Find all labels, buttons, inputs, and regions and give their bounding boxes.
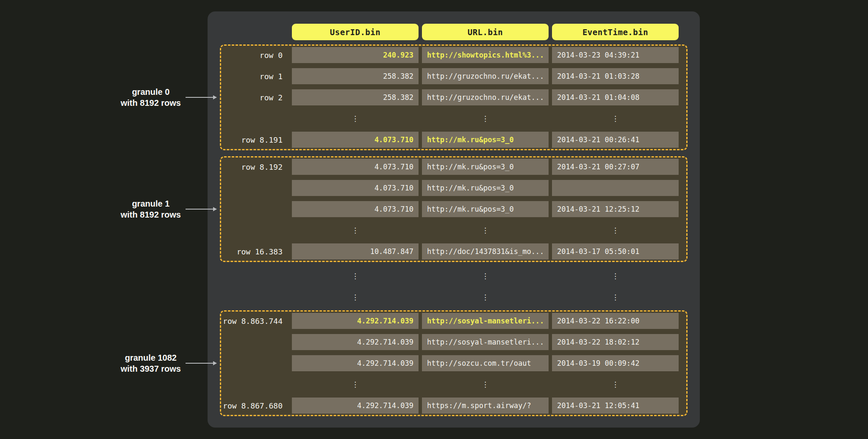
column-header-userid: UserID.bin xyxy=(292,24,419,40)
userid-cell: 10.487.847 xyxy=(292,243,419,260)
eventtime-cell: 2014-03-17 05:50:01 xyxy=(552,243,679,260)
eventtime-cell: 2014-03-21 00:27:07 xyxy=(552,159,679,175)
userid-cell: 4.073.710 xyxy=(292,159,419,175)
row-label xyxy=(221,110,292,127)
ellipsis-mark: ⋮ xyxy=(292,268,419,284)
table-row: 4.292.714.039http://sozcu.com.tr/oaut201… xyxy=(221,355,686,371)
url-cell: http://sosyal-mansetleri... xyxy=(422,313,549,329)
row-label xyxy=(221,268,292,284)
ellipsis-mark: ⋮ xyxy=(422,268,549,284)
url-cell: http://doc/1437831&is_mo... xyxy=(422,243,549,260)
ellipsis-mark: ⋮ xyxy=(422,110,549,127)
ellipsis-mark: ⋮ xyxy=(552,268,679,284)
userid-cell: 4.292.714.039 xyxy=(292,355,419,371)
eventtime-cell: 2014-03-21 01:04:08 xyxy=(552,89,679,105)
url-cell: http://gruzochno.ru/ekat... xyxy=(422,68,549,84)
userid-cell: 258.382 xyxy=(292,89,419,105)
ellipsis-row: ⋮⋮⋮ xyxy=(221,110,686,127)
granule-box: row 8.1924.073.710http://mk.ru&pos=3_020… xyxy=(220,156,688,262)
eventtime-cell: 2014-03-19 00:09:42 xyxy=(552,355,679,371)
row-label xyxy=(221,355,292,371)
eventtime-cell: 2014-03-21 12:25:12 xyxy=(552,201,679,217)
url-cell: http://mk.ru&pos=3_0 xyxy=(422,180,549,196)
table-row: row 8.867.6804.292.714.039https://m.spor… xyxy=(221,398,686,414)
row-label: row 8.863.744 xyxy=(221,313,292,329)
ellipsis-mark: ⋮ xyxy=(422,376,549,392)
granule-name: granule 0 xyxy=(121,86,181,97)
table-row: row 0240.923http://showtopics.html%3...2… xyxy=(221,47,686,63)
ellipsis-mark: ⋮ xyxy=(552,110,679,127)
arrow-right-icon xyxy=(186,97,216,98)
column-header-eventtime: EventTime.bin xyxy=(552,24,679,40)
row-label: row 8.191 xyxy=(221,132,292,148)
eventtime-cell: 2014-03-21 00:26:41 xyxy=(552,132,679,148)
row-label: row 1 xyxy=(221,68,292,84)
table-panel: UserID.binURL.binEventTime.bin row 0240.… xyxy=(208,11,700,428)
granule-name: granule 1082 xyxy=(121,352,181,363)
row-label: row 0 xyxy=(221,47,292,63)
userid-cell: 4.073.710 xyxy=(292,132,419,148)
eventtime-cell: 2014-03-22 18:02:12 xyxy=(552,334,679,350)
url-cell: http://sozcu.com.tr/oaut xyxy=(422,355,549,371)
column-header-url: URL.bin xyxy=(422,24,549,40)
table-row: row 16.38310.487.847http://doc/1437831&i… xyxy=(221,243,686,260)
table-row: 4.292.714.039http://sosyal-mansetleri...… xyxy=(221,334,686,350)
arrow-right-icon xyxy=(186,209,216,210)
row-label: row 8.867.680 xyxy=(221,398,292,414)
granule-annotation: granule 0with 8192 rows xyxy=(89,86,216,108)
url-cell: http://sosyal-mansetleri... xyxy=(422,334,549,350)
granule-box: row 0240.923http://showtopics.html%3...2… xyxy=(220,44,688,150)
row-label: row 2 xyxy=(221,89,292,105)
userid-cell: 4.073.710 xyxy=(292,180,419,196)
table-row: row 2258.382http://gruzochno.ru/ekat...2… xyxy=(221,89,686,105)
row-label xyxy=(221,289,292,305)
url-cell: http://mk.ru&pos=3_0 xyxy=(422,201,549,217)
table-row: row 8.1924.073.710http://mk.ru&pos=3_020… xyxy=(221,159,686,175)
granule-name: granule 1 xyxy=(121,198,181,209)
eventtime-cell: 2014-03-21 12:05:41 xyxy=(552,398,679,414)
userid-cell: 4.292.714.039 xyxy=(292,334,419,350)
granule-row-count: with 8192 rows xyxy=(121,209,181,220)
ellipsis-mark: ⋮ xyxy=(552,222,679,238)
row-label xyxy=(221,334,292,350)
url-cell: https://m.sport.airway/? xyxy=(422,398,549,414)
table-row: 4.073.710http://mk.ru&pos=3_02014-03-21 … xyxy=(221,201,686,217)
eventtime-cell: 2014-03-22 16:22:00 xyxy=(552,313,679,329)
userid-cell: 240.923 xyxy=(292,47,419,63)
table-row: 4.073.710http://mk.ru&pos=3_0 xyxy=(221,180,686,196)
table-row: row 8.863.7444.292.714.039http://sosyal-… xyxy=(221,313,686,329)
row-label xyxy=(221,222,292,238)
ellipsis-mark: ⋮ xyxy=(422,289,549,305)
ellipsis-row: ⋮⋮⋮ xyxy=(221,289,700,305)
granule-annotation: granule 1with 8192 rows xyxy=(89,198,216,220)
granule-label: granule 1082with 3937 rows xyxy=(121,352,181,374)
ellipsis-mark: ⋮ xyxy=(292,222,419,238)
row-label xyxy=(221,201,292,217)
ellipsis-row: ⋮⋮⋮ xyxy=(221,222,686,238)
table-row: row 8.1914.073.710http://mk.ru&pos=3_020… xyxy=(221,132,686,148)
ellipsis-row: ⋮⋮⋮ xyxy=(221,376,686,392)
ellipsis-mark: ⋮ xyxy=(292,289,419,305)
url-cell: http://showtopics.html%3... xyxy=(422,47,549,63)
granule-row-count: with 3937 rows xyxy=(121,363,181,374)
row-label xyxy=(221,180,292,196)
table-row: row 1258.382http://gruzochno.ru/ekat...2… xyxy=(221,68,686,84)
userid-cell: 4.073.710 xyxy=(292,201,419,217)
ellipsis-mark: ⋮ xyxy=(552,376,679,392)
ellipsis-mark: ⋮ xyxy=(292,376,419,392)
eventtime-cell xyxy=(552,180,679,196)
eventtime-cell: 2014-03-21 01:03:28 xyxy=(552,68,679,84)
url-cell: http://mk.ru&pos=3_0 xyxy=(422,132,549,148)
granule-row-count: with 8192 rows xyxy=(121,97,181,108)
url-cell: http://gruzochno.ru/ekat... xyxy=(422,89,549,105)
userid-cell: 4.292.714.039 xyxy=(292,398,419,414)
granule-label: granule 0with 8192 rows xyxy=(121,86,181,108)
granule-label: granule 1with 8192 rows xyxy=(121,198,181,220)
row-label xyxy=(221,376,292,392)
granule-annotation: granule 1082with 3937 rows xyxy=(89,352,216,374)
granule-box: row 8.863.7444.292.714.039http://sosyal-… xyxy=(220,310,688,416)
userid-cell: 4.292.714.039 xyxy=(292,313,419,329)
ellipsis-mark: ⋮ xyxy=(552,289,679,305)
column-headers: UserID.binURL.binEventTime.bin xyxy=(208,24,700,40)
granule-sections: row 0240.923http://showtopics.html%3...2… xyxy=(208,44,700,416)
